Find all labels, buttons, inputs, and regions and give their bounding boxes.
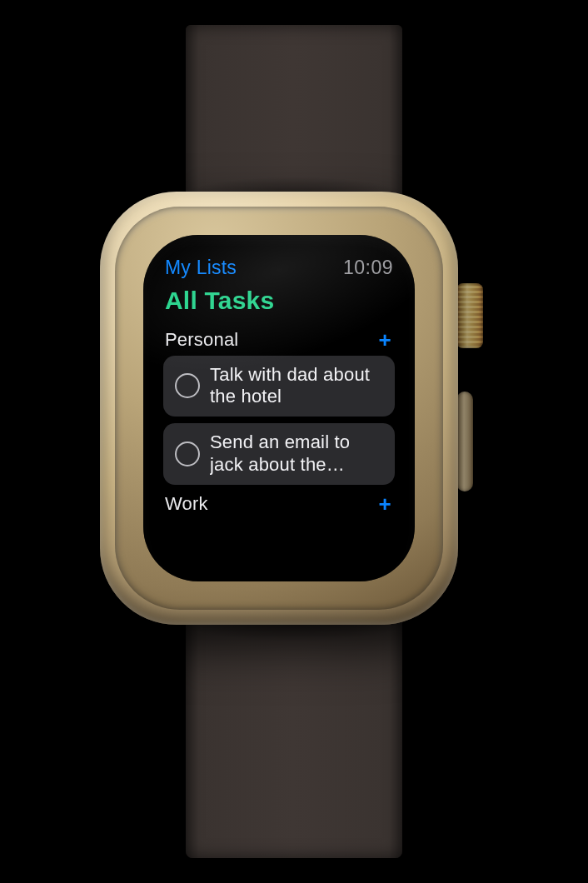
back-link[interactable]: My Lists [165, 257, 237, 279]
task-label: Talk with dad about the hotel [210, 364, 383, 409]
section-header-personal: Personal + [163, 327, 395, 356]
page-title: All Tasks [163, 284, 395, 327]
side-button[interactable] [456, 392, 473, 491]
unchecked-circle-icon[interactable] [175, 442, 200, 466]
clock-time: 10:09 [343, 257, 393, 279]
watch-screen: My Lists 10:09 All Tasks Personal + Talk… [163, 253, 395, 563]
task-row[interactable]: Send an email to jack about the… [163, 423, 395, 485]
plus-icon[interactable]: + [379, 493, 391, 515]
unchecked-circle-icon[interactable] [175, 373, 200, 398]
section-title: Personal [165, 329, 238, 351]
section-header-work: Work + [163, 491, 395, 520]
watch-band-bottom [186, 608, 402, 858]
watch-mockup: My Lists 10:09 All Tasks Personal + Talk… [0, 0, 588, 883]
watch-case: My Lists 10:09 All Tasks Personal + Talk… [100, 192, 458, 625]
plus-icon[interactable]: + [379, 329, 391, 351]
watch-glass: My Lists 10:09 All Tasks Personal + Talk… [143, 235, 415, 581]
section-title: Work [165, 493, 208, 515]
status-bar: My Lists 10:09 [163, 253, 395, 284]
task-label: Send an email to jack about the… [210, 432, 383, 476]
task-row[interactable]: Talk with dad about the hotel [163, 356, 395, 417]
digital-crown[interactable] [456, 283, 483, 348]
watch-case-inner: My Lists 10:09 All Tasks Personal + Talk… [115, 207, 443, 610]
